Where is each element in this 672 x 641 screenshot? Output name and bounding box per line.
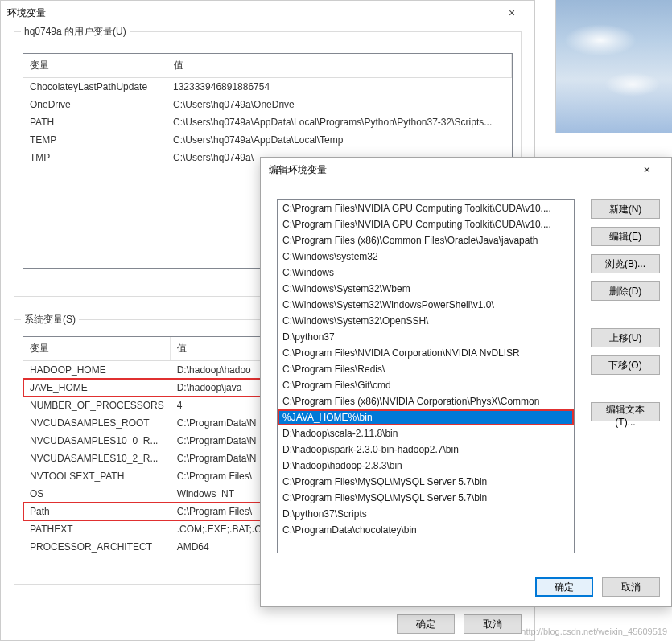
var-name: TEMP	[23, 131, 167, 149]
list-item[interactable]: C:\Program Files\MySQL\MySQL Server 5.7\…	[278, 490, 574, 506]
list-item[interactable]: D:\python37\Scripts	[278, 506, 574, 522]
list-item[interactable]: D:\hadoop\spark-2.3.0-bin-hadoop2.7\bin	[278, 442, 574, 458]
list-item[interactable]: D:\hadoop\scala-2.11.8\bin	[278, 425, 574, 442]
list-item[interactable]: D:\python37	[278, 329, 574, 345]
table-row[interactable]: OneDriveC:\Users\hq0749a\OneDrive	[23, 96, 512, 113]
cancel-button[interactable]: 取消	[602, 577, 660, 597]
list-item[interactable]: C:\Program Files\NVIDIA GPU Computing To…	[278, 216, 574, 232]
edit-button[interactable]: 编辑(E)	[591, 227, 660, 246]
var-name: PATH	[23, 113, 167, 131]
var-name: PROCESSOR_ARCHITECT	[23, 538, 171, 553]
list-item[interactable]: C:\Program Files (x86)\Common Files\Orac…	[278, 232, 574, 249]
list-item[interactable]: D:\hadoop\hadoop-2.8.3\bin	[278, 458, 574, 474]
system-vars-label: 系统变量(S)	[21, 313, 79, 327]
list-item[interactable]: %JAVA_HOME%\bin	[278, 409, 574, 425]
new-button[interactable]: 新建(N)	[591, 199, 660, 219]
var-name: HADOOP_HOME	[23, 361, 171, 380]
close-icon[interactable]: ×	[631, 158, 663, 182]
table-row[interactable]: TEMPC:\Users\hq0749a\AppData\Local\Temp	[23, 131, 512, 149]
var-name: NVTOOLSEXT_PATH	[23, 467, 171, 485]
user-vars-table: 变量 值 ChocolateyLastPathUpdate13233394689…	[23, 54, 512, 166]
delete-button[interactable]: 删除(D)	[591, 281, 660, 301]
table-row[interactable]: PATHC:\Users\hq0749a\AppData\Local\Progr…	[23, 113, 512, 131]
move-up-button[interactable]: 上移(U)	[591, 328, 660, 347]
list-item[interactable]: C:\Program Files\MySQL\MySQL Server 5.7\…	[278, 474, 574, 490]
list-item[interactable]: C:\Program Files (x86)\NVIDIA Corporatio…	[278, 393, 574, 409]
var-name: JAVE_HOME	[23, 379, 171, 397]
dialog-title: 环境变量	[7, 1, 46, 25]
var-value: C:\Users\hq0749a\OneDrive	[167, 96, 512, 113]
path-entries-list[interactable]: C:\Program Files\NVIDIA GPU Computing To…	[277, 199, 575, 553]
list-item[interactable]: C:\Windows\System32\OpenSSH\	[278, 313, 574, 329]
var-value: C:\Users\hq0749a\AppData\Local\Temp	[167, 131, 512, 149]
dialog-title: 编辑环境变量	[269, 158, 327, 182]
list-item[interactable]: C:\Program Files\NVIDIA GPU Computing To…	[278, 200, 574, 216]
dialog-button-row: 确定 取消	[390, 614, 522, 634]
var-name: OS	[23, 485, 171, 503]
list-item[interactable]: C:\Windows	[278, 265, 574, 281]
list-item[interactable]: C:\Windows\system32	[278, 249, 574, 265]
var-name: Path	[23, 503, 171, 520]
list-item[interactable]: C:\Program Files\Redis\	[278, 361, 574, 377]
dialog-titlebar[interactable]: 环境变量 ×	[1, 1, 534, 25]
user-vars-label: hq0749a 的用户变量(U)	[21, 25, 130, 39]
col-header-var[interactable]: 变量	[23, 337, 171, 361]
dialog-button-row: 确定 取消	[529, 577, 660, 597]
cancel-button[interactable]: 取消	[464, 614, 522, 634]
watermark-text: http://blog.csdn.net/weixin_45609519	[521, 627, 667, 636]
table-row[interactable]: ChocolateyLastPathUpdate1323339468918867…	[23, 78, 512, 97]
edit-env-var-dialog: 编辑环境变量 × C:\Program Files\NVIDIA GPU Com…	[260, 157, 672, 607]
var-name: TMP	[23, 149, 167, 166]
var-name: NVCUDASAMPLES_ROOT	[23, 414, 171, 432]
list-item[interactable]: C:\Windows\System32\WindowsPowerShell\v1…	[278, 297, 574, 313]
ok-button[interactable]: 确定	[397, 614, 455, 634]
list-item[interactable]: C:\ProgramData\chocolatey\bin	[278, 522, 574, 538]
var-name: OneDrive	[23, 96, 167, 113]
side-button-column: 新建(N) 编辑(E) 浏览(B)... 删除(D) 上移(U) 下移(O) 编…	[591, 199, 660, 421]
list-item[interactable]: C:\Program Files\Git\cmd	[278, 377, 574, 393]
col-header-var[interactable]: 变量	[23, 54, 167, 78]
col-header-val[interactable]: 值	[167, 54, 512, 78]
var-name: PATHEXT	[23, 520, 171, 538]
close-icon[interactable]: ×	[496, 1, 528, 25]
var-value: C:\Users\hq0749a\AppData\Local\Programs\…	[167, 113, 512, 131]
ok-button[interactable]: 确定	[535, 577, 593, 597]
var-name: NUMBER_OF_PROCESSORS	[23, 397, 171, 414]
list-item[interactable]: C:\Windows\System32\Wbem	[278, 281, 574, 297]
var-name: NVCUDASAMPLES10_0_R...	[23, 432, 171, 450]
var-value: 132333946891886754	[167, 78, 512, 97]
edit-text-button[interactable]: 编辑文本(T)...	[591, 402, 660, 421]
move-down-button[interactable]: 下移(O)	[591, 355, 660, 375]
desktop-background	[555, 0, 672, 133]
var-name: NVCUDASAMPLES10_2_R...	[23, 450, 171, 467]
var-name: ChocolateyLastPathUpdate	[23, 78, 167, 97]
dialog-titlebar[interactable]: 编辑环境变量 ×	[261, 158, 671, 182]
browse-button[interactable]: 浏览(B)...	[591, 254, 660, 273]
list-item[interactable]: C:\Program Files\NVIDIA Corporation\NVID…	[278, 345, 574, 361]
